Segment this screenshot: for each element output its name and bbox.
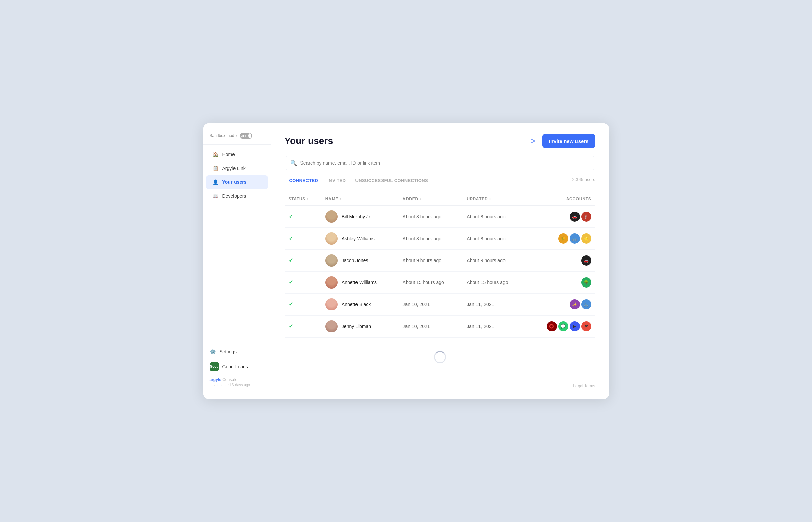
status-cell: ✓ [285,205,321,227]
users-table: STATUS ↕ NAME ↕ ADDED ↓ [285,194,595,338]
table-row[interactable]: ✓Annette BlackJan 10, 2021Jan 11, 2021✨🚲 [285,293,595,315]
user-name: Ashley Williams [342,236,375,241]
accounts-cell: ⭕💬▶❤ [527,315,595,337]
arrow-indicator [510,138,537,144]
avatar [325,233,338,245]
tab-connected[interactable]: CONNECTED [285,175,323,187]
spinner [434,351,446,363]
accounts-cell: ✨🚲 [527,293,595,315]
col-header-updated: UPDATED ↕ [463,194,527,206]
name-cell: Ashley Williams [321,227,399,249]
last-updated: Last updated 3 days ago [209,383,265,387]
account-badge: 🚗 [581,256,591,265]
account-badge: ⭕ [547,321,557,332]
table-row[interactable]: ✓Ashley WilliamsAbout 8 hours agoAbout 8… [285,227,595,249]
sidebar-item-label-developers: Developers [222,193,246,199]
user-name: Annette Black [342,302,371,307]
table-row[interactable]: ✓Jenny LibmanJan 10, 2021Jan 11, 2021⭕💬▶… [285,315,595,337]
argyle-brand: argyle Console [209,377,265,382]
loading-spinner [285,338,595,377]
added-cell: About 8 hours ago [399,205,463,227]
updated-cell: Jan 11, 2021 [463,315,527,337]
status-check-icon: ✓ [289,323,293,329]
sidebar-item-home[interactable]: 🏠 Home [206,148,268,161]
search-bar: 🔍 [285,156,595,170]
account-badge: 🌳 [581,277,591,287]
org-logo: Good [209,362,219,371]
sidebar-nav: 🏠 Home 📋 Argyle Link 👤 Your users 📖 Deve… [203,147,271,203]
search-input[interactable] [300,160,590,165]
toggle-knob [248,134,251,138]
avatar [325,320,338,333]
sidebar-item-argyle-link[interactable]: 📋 Argyle Link [206,161,268,175]
name-cell: Jenny Libman [321,315,399,337]
status-check-icon: ✓ [289,279,293,285]
users-icon: 👤 [212,179,219,185]
status-cell: ✓ [285,227,321,249]
search-icon: 🔍 [290,160,297,166]
tab-unsuccessful-connections[interactable]: UNSUCCESSFUL CONNECTIONS [350,175,433,187]
col-header-added: ADDED ↓ [399,194,463,206]
name-cell: Bill Murphy Jr. [321,205,399,227]
added-cell: About 15 hours ago [399,271,463,293]
app-window: Sandbox mode OFF 🏠 Home 📋 Argyle Link 👤 … [203,123,609,399]
org-item[interactable]: Good Good Loans [203,359,271,375]
account-badge: 💬 [558,321,568,332]
account-badge: 🍴 [581,212,591,222]
invite-new-users-button[interactable]: Invite new users [542,134,595,148]
sidebar-item-label-argyle-link: Argyle Link [222,165,246,171]
updated-cell: About 8 hours ago [463,205,527,227]
sidebar-item-label-your-users: Your users [222,179,247,185]
col-header-status: STATUS ↕ [285,194,321,206]
table-header-row: STATUS ↕ NAME ↕ ADDED ↓ [285,194,595,206]
updated-cell: About 15 hours ago [463,271,527,293]
table-row[interactable]: ✓Bill Murphy Jr.About 8 hours agoAbout 8… [285,205,595,227]
argyle-footer: argyle Console Last updated 3 days ago [203,375,271,392]
user-name: Jacob Jones [342,258,368,263]
accounts-cell: 🚗 [527,249,595,271]
sort-icon-added: ↓ [420,197,422,201]
sort-icon-name: ↕ [340,197,342,201]
sidebar-item-developers[interactable]: 📖 Developers [206,189,268,203]
updated-cell: About 9 hours ago [463,249,527,271]
avatar [325,255,338,266]
updated-cell: Jan 11, 2021 [463,293,527,315]
header-right: Invite new users [510,134,595,148]
table-row[interactable]: ✓Jacob JonesAbout 9 hours agoAbout 9 hou… [285,249,595,271]
status-check-icon: ✓ [289,258,293,263]
status-cell: ✓ [285,315,321,337]
tab-invited[interactable]: INVITED [323,175,350,187]
org-name: Good Loans [222,364,248,369]
accounts-cell: 🌳 [527,271,595,293]
avatar [325,210,338,223]
sidebar-item-settings[interactable]: ⚙️ Settings [203,345,271,359]
status-check-icon: ✓ [289,214,293,219]
col-header-accounts: ACCOUNTS [527,194,595,206]
status-check-icon: ✓ [289,301,293,307]
sort-icon-status: ↕ [307,197,309,201]
added-cell: About 8 hours ago [399,227,463,249]
avatar [325,276,338,288]
status-cell: ✓ [285,249,321,271]
settings-icon: ⚙️ [209,348,216,355]
sandbox-toggle[interactable]: OFF [240,133,252,139]
col-header-name: NAME ↕ [321,194,399,206]
table-row[interactable]: ✓Annette WilliamsAbout 15 hours agoAbout… [285,271,595,293]
legal-terms[interactable]: Legal Terms [285,377,595,388]
account-badge: ❤ [581,321,591,332]
added-cell: Jan 10, 2021 [399,293,463,315]
sidebar-item-your-users[interactable]: 👤 Your users [206,175,268,189]
account-badge: 🚗 [570,212,580,222]
sandbox-label: Sandbox mode [209,134,237,138]
user-name: Annette Williams [342,280,377,285]
sidebar-bottom: ⚙️ Settings Good Good Loans argyle Conso… [203,341,271,392]
account-badge: 🚲 [570,234,580,244]
account-badge: ✨ [570,299,580,309]
user-name: Jenny Libman [342,324,371,329]
avatar [325,298,338,310]
account-badge: 🚲 [581,299,591,309]
settings-label: Settings [220,349,237,355]
tabs-row: CONNECTED INVITED UNSUCCESSFUL CONNECTIO… [285,175,595,187]
added-cell: About 9 hours ago [399,249,463,271]
account-badge: 🌾 [558,234,568,244]
